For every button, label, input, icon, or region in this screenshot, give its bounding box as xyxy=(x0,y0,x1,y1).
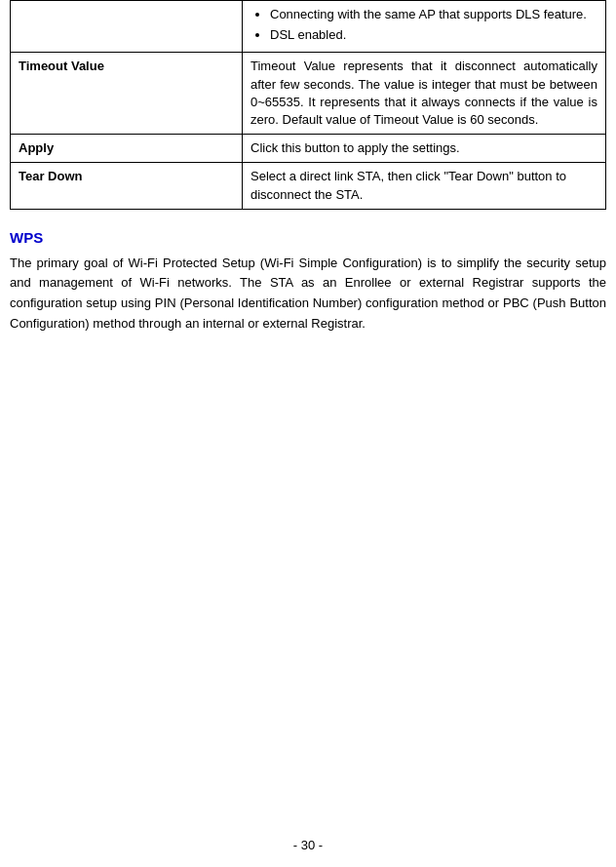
info-table: Connecting with the same AP that support… xyxy=(10,0,606,210)
wps-body: The primary goal of Wi-Fi Protected Setu… xyxy=(10,254,606,335)
table-section: Connecting with the same AP that support… xyxy=(0,0,616,210)
cell-label-empty xyxy=(11,1,243,53)
table-row: Timeout Value Timeout Value represents t… xyxy=(11,53,606,135)
list-item: DSL enabled. xyxy=(270,26,597,44)
list-item: Connecting with the same AP that support… xyxy=(270,6,597,23)
table-row: Tear Down Select a direct link STA, then… xyxy=(11,163,606,209)
cell-label-teardown: Tear Down xyxy=(11,163,243,209)
cell-desc-bullets: Connecting with the same AP that support… xyxy=(243,1,606,53)
page-wrapper: Connecting with the same AP that support… xyxy=(0,0,616,867)
page-footer: - 30 - xyxy=(0,838,616,852)
page-number: - 30 - xyxy=(293,838,323,852)
wps-title: WPS xyxy=(10,229,606,246)
bullet-list: Connecting with the same AP that support… xyxy=(250,6,597,44)
table-row: Connecting with the same AP that support… xyxy=(11,1,606,53)
cell-desc-apply: Click this button to apply the settings. xyxy=(243,135,606,163)
wps-section: WPS The primary goal of Wi-Fi Protected … xyxy=(0,210,616,344)
cell-label-timeout: Timeout Value xyxy=(11,53,243,135)
cell-label-apply: Apply xyxy=(11,135,243,163)
cell-desc-teardown: Select a direct link STA, then click "Te… xyxy=(243,163,606,209)
table-row: Apply Click this button to apply the set… xyxy=(11,135,606,163)
cell-desc-timeout: Timeout Value represents that it disconn… xyxy=(243,53,606,135)
